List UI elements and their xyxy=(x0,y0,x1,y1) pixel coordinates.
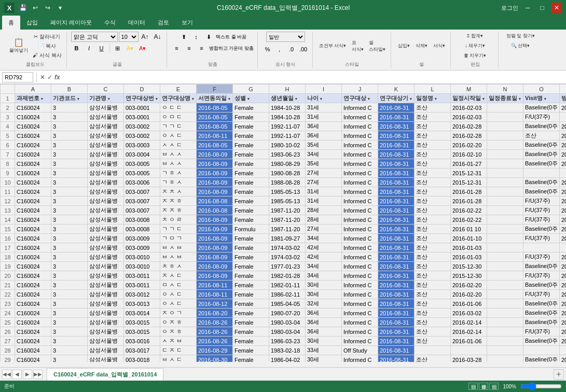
table-row[interactable]: Informed C xyxy=(342,299,378,309)
table-row[interactable] xyxy=(487,225,523,234)
sort-filter-button[interactable]: 정렬 및 찾기▾ xyxy=(504,32,537,40)
insert-function-icon[interactable]: fx xyxy=(54,74,60,81)
table-row[interactable]: 003-0007 xyxy=(124,187,160,197)
table-row[interactable]: 201 xyxy=(560,225,567,234)
table-row[interactable] xyxy=(487,253,523,262)
table-row[interactable]: 2016-08-08 xyxy=(197,206,233,215)
table-row[interactable]: F/U(37주) xyxy=(523,253,560,262)
table-row[interactable] xyxy=(487,187,523,197)
table-row[interactable]: Informed C xyxy=(342,150,378,159)
table-row[interactable]: 1980-03-04 xyxy=(269,318,306,327)
table-row[interactable]: 2016-08-31 xyxy=(378,141,415,150)
table-row[interactable]: F/U(37주) xyxy=(523,234,560,243)
table-row[interactable]: 삼성서울병 xyxy=(88,141,124,150)
table-row[interactable]: C160024 xyxy=(15,206,51,215)
table-row[interactable]: Informed C xyxy=(342,309,378,318)
table-row[interactable]: 2016-08-31 xyxy=(378,178,415,187)
table-row[interactable]: 2016-08-09 xyxy=(197,187,233,197)
table-row[interactable]: 30세 xyxy=(306,281,342,290)
table-row[interactable]: 42세 xyxy=(306,253,342,262)
table-row[interactable]: Baseline(0주 xyxy=(523,318,560,327)
table-row[interactable]: 삼성서울병 xyxy=(88,290,124,299)
table-row[interactable]: 삼성서울병 xyxy=(88,337,124,346)
table-row[interactable]: 조산 xyxy=(415,206,451,215)
table-row[interactable]: Informed C xyxy=(342,337,378,346)
table-row[interactable]: Off Study xyxy=(342,346,378,355)
table-row[interactable]: Informed C xyxy=(342,215,378,225)
table-row[interactable] xyxy=(487,150,523,159)
table-row[interactable]: 201 xyxy=(560,206,567,215)
table-row[interactable]: 003-0018 xyxy=(124,355,160,362)
table-row[interactable] xyxy=(487,262,523,271)
table-row[interactable]: 003-0003 xyxy=(124,141,160,150)
table-row[interactable]: 조산 xyxy=(415,141,451,150)
table-row[interactable]: 3 xyxy=(51,299,88,309)
table-row[interactable]: Female xyxy=(233,178,269,187)
table-row[interactable]: 2016-01-28 xyxy=(451,197,487,206)
copy-button[interactable]: 📄 복사 xyxy=(31,42,63,50)
header-cell-7[interactable]: 생년월일 ▾ xyxy=(269,94,306,103)
table-row[interactable]: ㄱ ㅁ ㄱ xyxy=(160,234,197,243)
table-row[interactable] xyxy=(487,234,523,243)
table-row[interactable]: 3 xyxy=(51,262,88,271)
table-row[interactable]: ㅊ ㅎ ㅅ xyxy=(160,262,197,271)
table-row[interactable]: 2016-01-06 xyxy=(451,299,487,309)
table-row[interactable]: 2016-02-14 xyxy=(451,318,487,327)
table-row[interactable]: 조산 xyxy=(415,355,451,362)
table-row[interactable] xyxy=(487,271,523,281)
table-row[interactable]: ㄱ ㅎ ㅅ xyxy=(160,178,197,187)
table-row[interactable]: 30세 xyxy=(306,337,342,346)
table-row[interactable]: Baseline(0주 xyxy=(523,103,560,113)
table-row[interactable]: 조산 xyxy=(415,103,451,113)
table-row[interactable]: Baseline(0주 xyxy=(523,150,560,159)
table-row[interactable]: 조산 xyxy=(415,234,451,243)
table-row[interactable]: Baseline(0주 xyxy=(523,225,560,234)
table-row[interactable]: 2016-08-31 xyxy=(378,113,415,122)
table-row[interactable]: ㄷ ㅈ ㄷ xyxy=(160,346,197,355)
table-row[interactable]: F/U(37주) xyxy=(523,327,560,337)
table-row[interactable]: C160024 xyxy=(15,299,51,309)
table-row[interactable]: 1977-01-23 xyxy=(269,262,306,271)
table-row[interactable] xyxy=(487,337,523,346)
table-row[interactable]: 36세 xyxy=(306,318,342,327)
header-cell-6[interactable]: 성별 ▾ xyxy=(233,94,269,103)
table-row[interactable]: 삼성서울병 xyxy=(88,103,124,113)
table-row[interactable]: 2015-12-30 xyxy=(451,262,487,271)
tab-review[interactable]: 검토 xyxy=(151,16,175,30)
table-row[interactable]: C160024 xyxy=(15,327,51,337)
table-row[interactable]: 2016-08-31 xyxy=(378,262,415,271)
table-row[interactable]: 3 xyxy=(51,243,88,253)
table-row[interactable]: F/U(37주) xyxy=(523,197,560,206)
table-row[interactable]: 003-0005 xyxy=(124,169,160,178)
table-row[interactable]: Baseline(0주 xyxy=(523,122,560,131)
align-center-button[interactable]: ≡ xyxy=(184,43,195,53)
table-row[interactable]: 201 xyxy=(560,337,567,346)
table-row[interactable]: Female xyxy=(233,290,269,299)
table-row[interactable]: 2016-08-31 xyxy=(378,225,415,234)
table-row[interactable]: 27세 xyxy=(306,178,342,187)
align-bottom-button[interactable]: ⬇ xyxy=(203,32,214,42)
header-cell-10[interactable]: 연구대상기 ▾ xyxy=(378,94,415,103)
table-row[interactable]: 3 xyxy=(51,206,88,215)
table-row[interactable]: 조산 xyxy=(415,262,451,271)
table-row[interactable]: 삼성서울병 xyxy=(88,299,124,309)
table-row[interactable]: 삼성서울병 xyxy=(88,197,124,206)
table-row[interactable]: C160024 xyxy=(15,253,51,262)
table-row[interactable] xyxy=(487,197,523,206)
table-row[interactable]: Informed C xyxy=(342,159,378,169)
table-row[interactable]: 1980-08-29 xyxy=(269,159,306,169)
table-row[interactable]: ㅂ ㅅ ㅅ xyxy=(160,150,197,159)
table-row[interactable]: Female xyxy=(233,206,269,215)
table-row[interactable]: C160024 xyxy=(15,262,51,271)
table-row[interactable]: C160024 xyxy=(15,197,51,206)
table-row[interactable]: Baseline(0주 xyxy=(523,355,560,362)
table-row[interactable]: 2016-08-08 xyxy=(197,197,233,206)
table-row[interactable]: 조산 xyxy=(415,178,451,187)
table-row[interactable]: C160024 xyxy=(15,346,51,355)
delete-cell-button[interactable]: 삭제▾ xyxy=(413,41,430,50)
font-name-select[interactable]: 맑은 고딕 xyxy=(71,32,118,42)
table-row[interactable]: C160024 xyxy=(15,131,51,141)
col-header-P[interactable]: P xyxy=(560,85,567,94)
table-row[interactable]: Informed C xyxy=(342,169,378,178)
table-row[interactable]: 1987-11-20 xyxy=(269,225,306,234)
